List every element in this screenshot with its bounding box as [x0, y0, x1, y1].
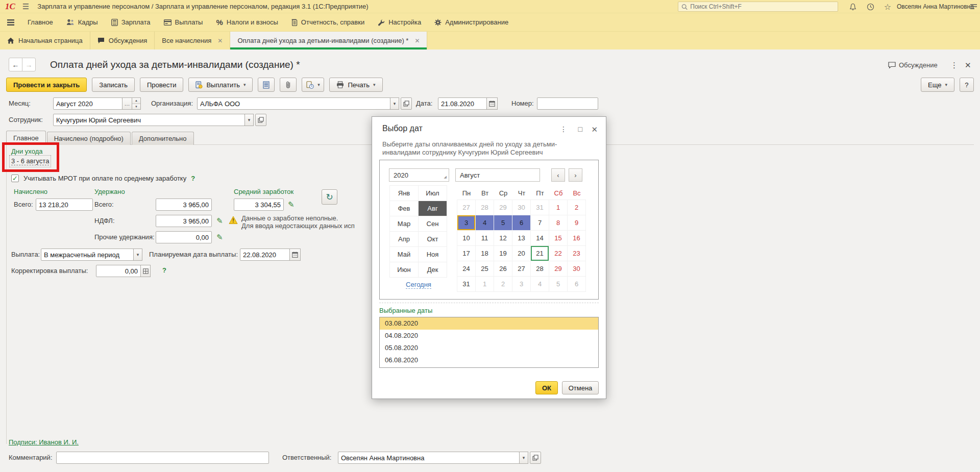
calendar-day-cell[interactable]: 3 [457, 215, 476, 231]
adjustment-help-link[interactable]: ? [162, 266, 166, 274]
calendar-day-cell[interactable]: 30 [512, 200, 531, 215]
calendar-day-cell[interactable]: 7 [530, 215, 549, 231]
attachments-button[interactable] [280, 78, 297, 92]
calendar-day-cell[interactable]: 31 [530, 200, 549, 215]
calendar-month-cell[interactable]: Мар [389, 216, 419, 232]
calendar-day-cell[interactable]: 22 [549, 245, 568, 261]
month-spinner[interactable]: ▲▼ [132, 97, 141, 110]
calendar-day-cell[interactable]: 27 [512, 261, 531, 277]
tab-all-accruals[interactable]: Все начисления ✕ [155, 32, 230, 49]
ok-button[interactable]: ОК [535, 381, 558, 394]
calendar-day-cell[interactable]: 11 [475, 230, 494, 246]
mrot-checkbox[interactable]: ✓ [11, 175, 19, 182]
register-records-button[interactable] [258, 78, 275, 92]
other-edit-pencil-icon[interactable]: ✎ [216, 233, 223, 242]
calendar-day-cell[interactable]: 10 [457, 230, 476, 246]
calendar-day-cell[interactable]: 20 [512, 245, 531, 261]
calendar-day-cell[interactable]: 29 [549, 261, 568, 277]
menu-item-salary[interactable]: Зарплата [111, 18, 151, 26]
more-menu-kebab-icon[interactable]: ⋮ [950, 61, 958, 70]
responsible-open-icon[interactable] [530, 452, 541, 464]
calendar-day-cell[interactable]: 3 [512, 276, 531, 292]
organization-dropdown-icon[interactable]: ▾ [390, 97, 399, 110]
search-input[interactable] [690, 3, 835, 10]
adjustment-calc-grid-icon[interactable] [140, 265, 151, 277]
forward-button[interactable]: → [22, 58, 36, 71]
current-user[interactable]: Овсепян Анна Мартиновна [897, 3, 974, 10]
tab-close-icon[interactable]: ✕ [217, 37, 223, 44]
calendar-day-cell[interactable]: 2 [494, 276, 512, 292]
calendar-month-cell[interactable]: Июн [389, 262, 419, 278]
number-input[interactable] [537, 97, 598, 110]
calendar-day-cell[interactable]: 18 [475, 245, 494, 261]
organization-input[interactable] [197, 97, 390, 110]
calendar-day-cell[interactable]: 9 [567, 215, 586, 231]
comment-input[interactable] [56, 452, 269, 464]
calendar-day-cell[interactable]: 5 [549, 276, 568, 292]
calendar-month-cell[interactable]: Дек [418, 262, 447, 278]
selected-date-row[interactable]: 05.08.2020 [380, 342, 598, 354]
menu-item-hr[interactable]: Кадры [66, 18, 98, 26]
calendar-day-cell[interactable]: 2 [567, 200, 586, 215]
date-input[interactable] [438, 97, 487, 110]
more-actions-button[interactable]: Еще ▾ [921, 78, 954, 92]
calendar-month-cell[interactable]: Ноя [418, 246, 447, 262]
post-button[interactable]: Провести [140, 78, 184, 92]
employee-input[interactable] [53, 114, 245, 126]
average-edit-pencil-icon[interactable]: ✎ [288, 200, 295, 209]
calendar-day-cell[interactable]: 19 [494, 245, 512, 261]
calendar-day-cell[interactable]: 16 [567, 230, 586, 246]
calendar-day-cell[interactable]: 29 [494, 200, 512, 215]
planned-date-input[interactable] [240, 249, 290, 261]
calendar-month-cell[interactable]: Янв [389, 185, 419, 201]
cancel-button[interactable]: Отмена [562, 381, 599, 394]
calendar-day-cell[interactable]: 4 [475, 215, 494, 231]
help-button[interactable]: ? [960, 78, 974, 92]
calendar-day-cell[interactable]: 17 [457, 245, 476, 261]
history-clock-icon[interactable] [865, 2, 876, 11]
calendar-day-cell[interactable]: 8 [549, 215, 568, 231]
calendar-day-cell[interactable]: 31 [457, 276, 476, 292]
year-select[interactable]: 2020 ◢ [389, 168, 449, 182]
selected-date-row[interactable]: 06.08.2020 [380, 354, 598, 366]
responsible-dropdown-icon[interactable]: ▾ [519, 452, 528, 464]
prev-month-icon[interactable]: ‹ [551, 168, 565, 182]
dialog-close-icon[interactable]: ✕ [591, 125, 598, 134]
calendar-day-cell[interactable]: 21 [530, 245, 549, 261]
calendar-day-cell[interactable]: 1 [549, 200, 568, 215]
calendar-day-cell[interactable]: 28 [530, 261, 549, 277]
calendar-day-cell[interactable]: 13 [512, 230, 531, 246]
calendar-day-cell[interactable]: 5 [494, 215, 512, 231]
ndfl-input[interactable] [156, 215, 212, 227]
calendar-day-cell[interactable]: 30 [567, 261, 586, 277]
employee-open-icon[interactable] [255, 114, 266, 126]
tab-home[interactable]: Начальная страница [0, 32, 90, 49]
back-button[interactable]: ← [9, 58, 22, 71]
calendar-month-cell[interactable]: Авг [418, 201, 447, 216]
save-button[interactable]: Записать [92, 78, 135, 92]
payout-dropdown-icon[interactable]: ▾ [133, 249, 142, 261]
selected-date-row[interactable]: 04.08.2020 [380, 330, 598, 342]
calendar-day-cell[interactable]: 24 [457, 261, 476, 277]
calendar-month-cell[interactable]: Июл [418, 185, 447, 201]
notifications-bell-icon[interactable] [847, 2, 859, 11]
service-menu-icon[interactable] [968, 2, 979, 11]
sections-panel-icon[interactable] [7, 19, 14, 26]
calendar-day-cell[interactable]: 23 [567, 245, 586, 261]
menu-item-reports[interactable]: Отчетность, справки [291, 18, 364, 26]
dialog-kebab-icon[interactable]: ⋮ [560, 125, 567, 133]
dialog-maximize-icon[interactable]: □ [578, 125, 582, 133]
form-tab-accrued-detail[interactable]: Начислено (подробно) [47, 132, 131, 145]
menu-item-admin[interactable]: Администрирование [434, 18, 508, 26]
calendar-month-cell[interactable]: Окт [418, 231, 447, 247]
average-earnings-input[interactable] [234, 198, 284, 211]
menu-item-main[interactable]: Главное [28, 18, 53, 26]
tab-care-days-document[interactable]: Оплата дней ухода за детьми-инвалидами (… [230, 32, 427, 49]
calendar-day-cell[interactable]: 26 [494, 261, 512, 277]
pay-button[interactable]: Выплатить ▾ [188, 78, 253, 92]
month-select[interactable]: Август [455, 168, 540, 182]
calendar-day-cell[interactable]: 25 [475, 261, 494, 277]
tab-close-icon[interactable]: ✕ [414, 37, 420, 44]
calendar-day-cell[interactable]: 14 [530, 230, 549, 246]
scheduled-tasks-button[interactable]: ▾ [302, 78, 324, 92]
